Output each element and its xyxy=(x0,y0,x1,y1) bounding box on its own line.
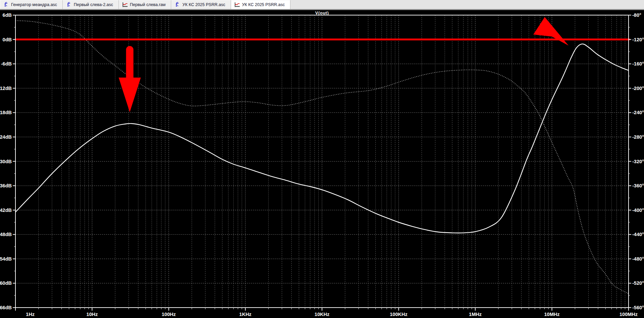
svg-text:-24dB: -24dB xyxy=(0,134,12,140)
red-down-arrow xyxy=(119,50,141,112)
svg-text:-480°: -480° xyxy=(632,256,644,262)
waveform-icon xyxy=(234,2,240,7)
svg-text:-320°: -320° xyxy=(632,159,644,164)
svg-text:-160°: -160° xyxy=(632,61,644,66)
svg-text:1KHz: 1KHz xyxy=(239,312,251,317)
svg-text:100Hz: 100Hz xyxy=(162,312,176,317)
svg-text:-18dB: -18dB xyxy=(0,110,12,115)
red-pointer-arrow xyxy=(533,17,568,46)
plot-title: V(out) xyxy=(0,10,644,15)
tab-label: УК КС 2025 PSRR.asc xyxy=(242,2,285,7)
svg-text:-12dB: -12dB xyxy=(0,86,12,91)
svg-text:-54dB: -54dB xyxy=(0,256,12,262)
svg-text:10Hz: 10Hz xyxy=(86,312,98,317)
svg-text:-60dB: -60dB xyxy=(0,280,12,286)
schematic-icon xyxy=(175,2,180,7)
schematic-icon xyxy=(3,2,9,7)
waveform-pane: V(out) 6dB0dB-6dB-12dB-18dB-24dB-30dB-36… xyxy=(0,10,644,318)
tab-perviy-sleva-raw[interactable]: Первый слева.raw xyxy=(119,0,172,9)
svg-text:-42dB: -42dB xyxy=(0,208,12,213)
svg-text:1MHz: 1MHz xyxy=(469,312,482,317)
tab-label: Генератор меандра.asc xyxy=(11,2,57,7)
waveform-icon xyxy=(122,2,128,7)
tab-perviy-sleva-2[interactable]: Первый слева-2.asc xyxy=(63,0,119,9)
tabbar-empty-space xyxy=(290,0,644,9)
grid-lines xyxy=(15,15,629,308)
svg-text:10KHz: 10KHz xyxy=(315,312,329,317)
tab-uk-ks-2025-psrr-asc[interactable]: УК КС 2025 PSRR.asc xyxy=(171,0,231,9)
svg-text:-48dB: -48dB xyxy=(0,232,12,237)
annotations xyxy=(15,17,629,112)
schematic-icon xyxy=(66,2,72,7)
svg-text:1Hz: 1Hz xyxy=(26,312,35,317)
svg-text:100MHz: 100MHz xyxy=(619,312,638,317)
svg-text:-280°: -280° xyxy=(632,134,644,140)
svg-text:100KHz: 100KHz xyxy=(390,312,407,317)
svg-text:10MHz: 10MHz xyxy=(544,312,560,317)
svg-text:-400°: -400° xyxy=(632,208,644,213)
svg-text:-6dB: -6dB xyxy=(1,61,12,66)
svg-text:0dB: 0dB xyxy=(3,37,12,42)
svg-text:-200°: -200° xyxy=(632,86,644,91)
svg-text:-66dB: -66dB xyxy=(0,305,12,310)
svg-text:-520°: -520° xyxy=(632,280,644,286)
svg-text:-560°: -560° xyxy=(632,305,644,310)
svg-text:-240°: -240° xyxy=(632,110,644,115)
tab-generator-meandra[interactable]: Генератор меандра.asc xyxy=(0,0,63,9)
tab-label: Первый слева.raw xyxy=(130,2,166,7)
tab-label: Первый слева-2.asc xyxy=(74,2,113,7)
svg-text:-36dB: -36dB xyxy=(0,183,12,188)
tab-label: УК КС 2025 PSRR.asc xyxy=(182,2,225,7)
bode-plot-canvas[interactable]: 6dB0dB-6dB-12dB-18dB-24dB-30dB-36dB-42dB… xyxy=(0,10,644,318)
svg-text:-360°: -360° xyxy=(632,183,644,188)
ltspice-window: Генератор меандра.asc Первый слева-2.asc… xyxy=(0,0,644,318)
svg-text:-120°: -120° xyxy=(632,37,644,42)
svg-text:-440°: -440° xyxy=(632,232,644,237)
document-tabbar: Генератор меандра.asc Первый слева-2.asc… xyxy=(0,0,644,10)
svg-text:-30dB: -30dB xyxy=(0,159,12,164)
tab-uk-ks-2025-psrr-plot[interactable]: УК КС 2025 PSRR.asc xyxy=(231,0,290,9)
